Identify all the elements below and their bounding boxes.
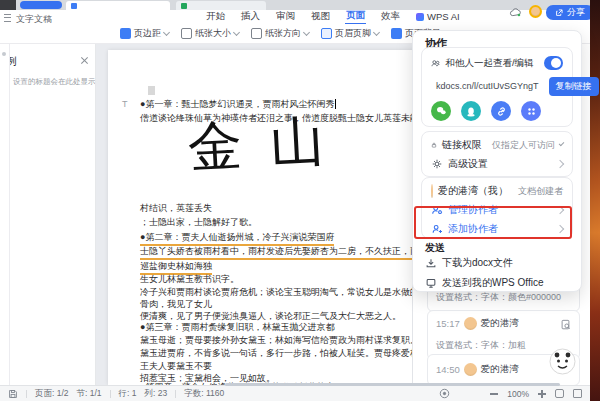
send-to-wps-row[interactable]: 发送到我的WPS Office [425,275,569,291]
header-footer-button[interactable]: 页眉页脚 [321,27,379,40]
preview-doc-icon[interactable] [560,319,571,331]
share-link-text[interactable]: kdocs.cn/l/cutIUvSGYngT [436,81,539,91]
send-to-wps-label: 发送到我的WPS Office [442,276,544,290]
status-page: 页面: 1/2 [35,388,69,400]
page-margin-button[interactable]: 页边距 [120,27,169,40]
navigation-pane: 例 设置的标题会在此处显示 [10,44,96,385]
share-icon [555,8,564,17]
download-docx-label: 下载为docx文件 [442,256,513,270]
coedit-label: 和他人一起查看/编辑 [445,57,533,70]
zoom-level[interactable]: 100% [507,389,529,399]
status-column: 列: 23 [145,388,168,400]
zoom-out-button[interactable] [490,393,498,395]
paper-orientation-icon [251,28,262,39]
avatar [464,363,477,376]
history-action-text: 设置格式：字体：颜色#000000 [436,291,561,304]
paper-orientation-button[interactable]: 纸张方向 [251,27,309,40]
download-docx-row[interactable]: 下载为docx文件 [425,255,569,271]
document-page[interactable]: T 金山 ●第一章：甄士隐梦幻识通灵，贾雨村风尘怀闺秀僧道谈论绛珠仙草为神瑛侍者… [108,50,448,385]
doc-line[interactable]: 黛玉进贾府，不肯多说一句话，多行一步路，怕被人耻笑。贾母疼爱林黛玉；凤辣子出场； [140,348,448,359]
cloud-sync-icon[interactable] [509,7,522,17]
menu-wps-ai[interactable]: WPS AI [415,11,461,23]
more-share-icon[interactable] [521,101,541,121]
owner-name: 爱的港湾（我） [438,184,508,198]
menu-start[interactable]: 开始 [205,10,226,24]
doc-line[interactable]: ●第三章：贾雨村夤缘复旧职，林黛玉抛父进京都 [140,322,334,333]
doc-line[interactable]: 巡盐御史林如海独 [140,261,212,275]
doc-line[interactable]: ●第二章：贾夫人仙逝扬州城，冷子兴演说荣国府 [140,232,334,246]
share-channels-row [431,101,563,121]
lock-icon [431,139,437,151]
share-button-label: 分享 [567,6,585,19]
send-to-device-icon [425,277,437,289]
doc-line[interactable]: 骨肉，我见了女儿 [140,299,212,310]
chevron-right-icon [556,160,564,168]
remote-cursor-block [148,86,155,95]
eye-protect-icon[interactable] [439,388,450,399]
sticker-emoji [549,348,576,375]
copy-link-button[interactable]: 复制链接 [549,77,599,96]
annotation-highlight-rect [414,206,572,239]
paper-orientation-label: 纸张方向 [265,27,301,40]
horizontal-scrollbar[interactable] [225,383,560,386]
share-button[interactable]: 分享 [546,5,594,20]
owner-avatar [431,184,433,198]
header-footer-label: 页眉页脚 [335,27,371,40]
spreadsheet-tab[interactable] [176,1,266,10]
copy-link-share-icon[interactable] [491,101,511,121]
owner-row: 爱的港湾（我） 文档创建者 [431,183,563,199]
people-icon [431,57,440,70]
coedit-row: 和他人一起查看/编辑 [431,55,563,71]
menu-efficiency[interactable]: 效率 [380,10,401,24]
doc-line[interactable]: 黛玉母逝；贾母要接外孙女黛玉；林如海写信给贾政为雨村谋求复职。 [140,335,419,346]
nav-pane-title: 例 [10,54,17,69]
history-time: 15:17 [436,318,460,329]
rail-grip-icon[interactable] [2,52,6,56]
doc-line[interactable]: 冷子兴和贾雨村谈论贾府危机；谈论宝玉聪明淘气，常说女儿是水做的骨肉，男子是泥做的 [140,287,448,298]
fit-page-icon[interactable] [555,389,564,398]
qq-share-icon[interactable] [461,101,481,121]
avatar [464,317,477,330]
send-section-label: 发送 [425,241,445,255]
header-footer-icon [321,28,332,39]
doc-line[interactable]: ；士隐出家，士隐解好了歌。 [140,217,257,228]
document-tab[interactable] [66,1,170,10]
menu-insert[interactable]: 插入 [240,10,261,24]
menu-view[interactable]: 视图 [310,10,331,24]
home-tab-button[interactable] [20,1,62,9]
doc-tab-icon [71,3,77,9]
download-icon [425,257,437,269]
doc-line[interactable]: 村结识，英莲丢失 [140,203,212,214]
paper-size-button[interactable]: 纸张大小 [181,27,239,40]
doc-line[interactable]: ●第一章：甄士隐梦幻识通灵，贾雨村风尘怀闺秀 [140,99,336,110]
wechat-share-icon[interactable] [431,101,451,121]
doc-line[interactable]: 王夫人要黛玉不要 [140,361,212,372]
doc-line[interactable]: 僧道谈论绛珠仙草为神瑛侍者还泪之事，僧道度脱甄士隐女儿英莲未能如愿，甄士隐与贾雨 [140,113,448,124]
wps-ai-icon [416,13,424,21]
close-icon[interactable] [80,56,88,64]
fullscreen-icon[interactable] [573,389,582,398]
zoom-in-button[interactable] [538,390,546,398]
chevron-down-icon [559,141,565,147]
doc-line[interactable]: 便清爽，见了男子便觉浊臭逼人，谈论邪正二气及大仁大恶之人。 [140,311,401,322]
paper-size-label: 纸张大小 [195,27,231,40]
nav-pane-hint: 设置的标题会在此处显示 [13,77,96,87]
link-permission-row[interactable]: 链接权限 仅指定人可访问 [431,137,563,153]
status-word-count: 字数: 1160 [184,388,224,400]
advanced-settings-row[interactable]: 高级设置 [431,156,563,172]
history-user: 爱的港湾 [481,317,519,330]
app-logo [0,0,16,10]
menu-page[interactable]: 页面 [345,9,366,25]
page-margin-icon [120,28,131,39]
doc-line[interactable]: 士隐丫头娇杏被雨村看中，雨村发迹后先娶娇杏为二房，不久扶正，雨村因贪酷被革职 [140,246,448,260]
status-bar: 页面: 1/2 节: 1/1 行: 1 列: 23 字数: 1160 100% [0,385,590,401]
permissions-group: 链接权限 仅指定人可访问 高级设置 [421,131,573,177]
save-icon[interactable] [8,389,18,399]
menu-review[interactable]: 审阅 [275,10,296,24]
doc-line[interactable]: 生女儿林黛玉教书识字。 [140,274,239,285]
status-line: 行: 1 [119,388,137,400]
menu-hamburger-icon[interactable] [4,14,11,22]
coedit-toggle[interactable] [544,56,563,70]
account-avatar[interactable] [529,5,542,18]
wps-window: 文字文稿 开始 插入 审阅 视图 页面 效率 WPS AI 分享 [0,0,600,401]
